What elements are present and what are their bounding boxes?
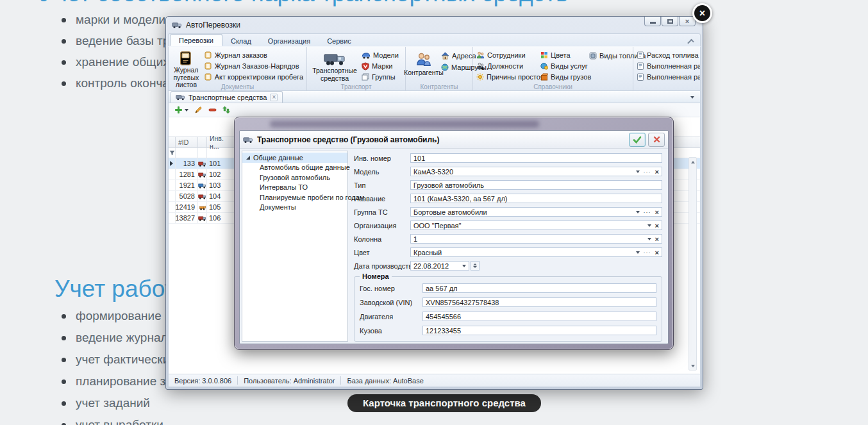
mileage-correction-button[interactable]: Акт корректировки пробега (204, 71, 303, 82)
waybill-journal-button[interactable]: Журнал путевых листов (172, 49, 201, 82)
vehicle-group-combo[interactable]: Бортовые автомобили ··· × (410, 207, 662, 217)
column-header-icon[interactable] (198, 137, 207, 147)
field-label: Цвет (354, 249, 410, 256)
clear-icon[interactable]: × (655, 209, 659, 215)
groups-button[interactable]: Группы (362, 71, 399, 82)
delete-record-button[interactable] (208, 106, 217, 114)
ribbon-tab-sklad[interactable]: Склад (222, 35, 260, 46)
models-button[interactable]: Модели (362, 50, 399, 61)
body-number-input[interactable]: 121233455 (422, 326, 656, 335)
completed-work-button-2[interactable]: Выполненная рабо (637, 71, 701, 82)
car-icon (362, 52, 371, 59)
truck-red-icon (198, 215, 206, 221)
tree-item-planned-mileage[interactable]: Планируемые пробеги по годам (242, 193, 347, 203)
clear-icon[interactable]: × (655, 249, 659, 256)
ribbon-tab-perevozki[interactable]: Перевозки (170, 34, 222, 46)
production-date-input[interactable]: 22.08.2012 (410, 261, 469, 271)
color-combo[interactable]: Красный ··· × (410, 247, 662, 257)
edit-record-button[interactable] (194, 106, 203, 114)
truck-icon (176, 94, 185, 101)
status-user: Пользователь: Administrator (238, 377, 340, 385)
tab-list-dropdown-icon[interactable] (690, 96, 694, 99)
truck-blue-icon (198, 183, 206, 188)
engine-number-input[interactable]: 454545566 (422, 312, 656, 321)
service-types-button[interactable]: Виды услуг (540, 61, 589, 72)
dialog-ok-button[interactable] (629, 133, 646, 147)
fuel-types-button[interactable]: Виды топлива (589, 50, 634, 62)
tree-item-maintenance-intervals[interactable]: Интервалы ТО (242, 183, 347, 193)
model-combo[interactable]: КамАЗ-5320 ··· × (410, 167, 662, 176)
inv-number-input[interactable]: 101 (410, 153, 662, 163)
ellipsis-icon[interactable]: ··· (644, 250, 651, 255)
dialog-cancel-button[interactable] (648, 133, 665, 147)
tab-vehicles[interactable]: Транспортные средства × (171, 91, 283, 103)
scroll-up-icon[interactable] (689, 158, 696, 166)
vehicles-button[interactable]: Транспортные средства (310, 49, 359, 82)
employees-button[interactable]: Сотрудники (476, 50, 540, 61)
tree-item-cargo-vehicle[interactable]: Грузовой автомобиль (242, 173, 347, 183)
column-header-id[interactable]: #ID (176, 137, 198, 147)
downtime-reasons-button[interactable]: Причины простоя (476, 71, 540, 82)
tree-item-general[interactable]: Общие данные (242, 153, 347, 163)
dropdown-icon[interactable] (636, 251, 640, 254)
group-label: Документы (169, 83, 306, 90)
clear-icon[interactable]: × (655, 236, 659, 242)
scroll-down-icon[interactable] (689, 362, 696, 370)
document-tab-bar: Транспортные средства × (168, 91, 701, 103)
add-record-button[interactable] (174, 106, 188, 114)
clear-icon[interactable]: × (655, 169, 659, 175)
dialog-titlebar[interactable]: Транспортное средство (Грузовой автомоби… (240, 131, 668, 149)
box-icon (540, 73, 548, 81)
counterparties-button[interactable]: Контрагенты (409, 49, 438, 82)
vin-input[interactable]: XVN857564327578438 (422, 297, 656, 307)
dropdown-icon[interactable] (647, 238, 651, 240)
ellipsis-icon[interactable]: ··· (644, 169, 651, 174)
tree-item-documents[interactable]: Документы (242, 203, 347, 213)
dropdown-icon[interactable] (647, 224, 651, 227)
ribbon-tab-servis[interactable]: Сервис (319, 35, 360, 46)
clear-icon[interactable]: × (655, 222, 659, 229)
minimize-button[interactable] (644, 17, 661, 26)
column-header-inv[interactable]: Инв. н... (207, 137, 237, 147)
collapse-ribbon-icon[interactable] (688, 40, 694, 44)
shield-icon (362, 62, 369, 71)
expander-icon[interactable] (246, 156, 250, 160)
journal-icon (204, 73, 212, 81)
ribbon-tab-organizaciya[interactable]: Организация (260, 35, 319, 46)
vertical-scrollbar[interactable] (689, 157, 697, 371)
organization-combo[interactable]: ООО "Первая" × (410, 221, 662, 230)
app-titlebar[interactable]: АвтоПеревозки × (168, 17, 701, 33)
dropdown-icon[interactable] (636, 211, 640, 213)
fuel-consumption-button[interactable]: Расход топлива (637, 50, 701, 61)
maximize-button[interactable] (662, 17, 678, 26)
status-database: База данных: AutoBase (341, 377, 429, 385)
close-tab-icon[interactable]: × (270, 94, 278, 101)
dropdown-icon[interactable] (636, 171, 640, 173)
window-title: АвтоПеревозки (186, 21, 240, 29)
completed-work-button[interactable]: Выполненная рабо (637, 61, 701, 72)
cargo-types-button[interactable]: Виды грузов (540, 71, 589, 82)
dropdown-icon[interactable] (462, 265, 466, 267)
field-label: Кузова (360, 327, 422, 335)
date-spinner[interactable] (471, 261, 480, 271)
state-number-input[interactable]: аа 567 дл (422, 283, 656, 293)
type-input[interactable]: Грузовой автомобиль (410, 180, 662, 190)
brands-button[interactable]: Марки (362, 61, 399, 72)
refresh-button[interactable] (222, 106, 230, 114)
group-label: Справочники (473, 83, 633, 90)
work-orders-journal-button[interactable]: Журнал Заказов-Нарядов (204, 61, 303, 72)
numbers-groupbox: Номера Гос. номер аа 567 дл Заводской (V… (354, 276, 662, 342)
colors-button[interactable]: Цвета (540, 50, 589, 61)
name-input[interactable]: 101 (КамАЗ-5320, аа 567 дл) (410, 194, 662, 203)
report-doc-icon (637, 51, 644, 59)
group-label: Контрагенты (406, 83, 472, 90)
orders-journal-button[interactable]: Журнал заказов (204, 50, 303, 61)
ellipsis-icon[interactable]: ··· (644, 210, 651, 215)
positions-button[interactable]: Должности (476, 61, 540, 72)
lightbox-close-button[interactable]: × (692, 3, 712, 23)
field-label: Дата производства (354, 262, 410, 270)
column-combo[interactable]: 1 × (410, 234, 662, 244)
tree-item-auto-general[interactable]: Автомобиль общие данные (242, 163, 347, 173)
minimize-icon (650, 22, 656, 24)
globe-icon (441, 63, 449, 71)
